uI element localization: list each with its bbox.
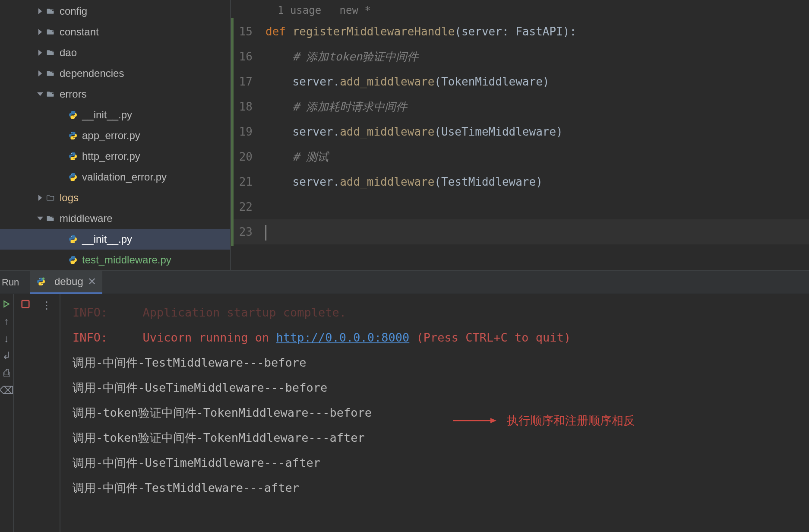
tree-item[interactable]: app_error.py <box>0 125 230 146</box>
code-lines[interactable]: 15def registerMiddlewareHandle(server: F… <box>231 19 809 244</box>
svg-marker-29 <box>490 418 496 423</box>
run-tabbar: Run debug ✕ <box>0 271 809 294</box>
folder-icon <box>46 214 55 223</box>
tree-item-label: __init__.py <box>82 233 132 245</box>
line-number: 22 <box>231 194 265 219</box>
chevron-right-icon[interactable] <box>36 194 44 202</box>
folder-icon <box>46 7 55 16</box>
folder-icon <box>46 69 55 78</box>
tree-item[interactable]: http_error.py <box>0 146 230 167</box>
tree-item[interactable]: dependencies <box>0 63 230 84</box>
tree-item-label: constant <box>60 26 99 38</box>
svg-point-5 <box>52 51 53 52</box>
console-line: 调用-中间件-TestMiddleware---before <box>73 350 806 375</box>
svg-point-10 <box>71 112 72 113</box>
line-number: 21 <box>231 169 265 194</box>
delete-icon[interactable]: ⌫ <box>3 386 10 394</box>
svg-rect-27 <box>22 301 29 308</box>
code-content <box>265 219 266 244</box>
arrow-up-icon[interactable]: ↑ <box>3 317 10 325</box>
chevron-right-icon[interactable] <box>36 28 44 36</box>
svg-point-12 <box>71 133 72 133</box>
code-line[interactable]: 21 server.add_middleware(TestMiddleware) <box>231 169 809 194</box>
tree-item[interactable]: config <box>0 1 230 22</box>
folder-icon <box>46 90 55 98</box>
line-number: 18 <box>231 94 265 119</box>
tree-item-label: dao <box>60 47 77 59</box>
svg-point-25 <box>42 284 43 285</box>
folder-icon <box>46 28 55 36</box>
annotation-text: 执行顺序和注册顺序相反 <box>507 408 635 433</box>
rerun-icon[interactable] <box>3 300 10 308</box>
console-line: 调用-中间件-TestMiddleware---after <box>73 475 806 500</box>
run-tool-label[interactable]: Run <box>0 277 30 288</box>
console-body: ↑ ↓ ↲ ⎙ ⌫ ⋮ 执行顺序和注册顺序相反 INFO: Applicatio… <box>0 294 809 532</box>
new-hint[interactable]: new * <box>340 4 371 16</box>
arrow-down-icon[interactable]: ↓ <box>3 335 10 342</box>
console-output[interactable]: 执行顺序和注册顺序相反 INFO: Application startup co… <box>60 294 809 532</box>
python-file-icon <box>68 255 78 265</box>
chevron-right-icon[interactable] <box>36 7 44 15</box>
folder-icon <box>46 48 55 57</box>
tree-item[interactable]: constant <box>0 22 230 42</box>
arrow-icon <box>453 415 496 427</box>
code-content: def registerMiddlewareHandle(server: Fas… <box>265 19 576 44</box>
python-file-icon <box>68 110 78 120</box>
python-file-icon <box>68 234 78 244</box>
code-line[interactable]: 18 # 添加耗时请求中间件 <box>231 94 809 119</box>
code-line[interactable]: 16 # 添加token验证中间件 <box>231 44 809 69</box>
svg-point-15 <box>74 159 75 160</box>
code-line[interactable]: 19 server.add_middleware(UseTimeMiddlewa… <box>231 119 809 144</box>
svg-point-21 <box>74 242 75 243</box>
code-editor[interactable]: 1 usage new * 15def registerMiddlewareHa… <box>231 0 809 270</box>
run-tool-sidebar: ↑ ↓ ↲ ⎙ ⌫ <box>0 294 13 532</box>
chevron-down-icon[interactable] <box>36 215 44 222</box>
tree-item-label: app_error.py <box>82 130 140 142</box>
svg-point-17 <box>74 180 75 180</box>
tree-item[interactable]: validation_error.py <box>0 167 230 187</box>
code-content: server.add_middleware(TestMiddleware) <box>265 169 543 194</box>
tree-item[interactable]: logs <box>0 187 230 208</box>
svg-point-11 <box>74 117 75 118</box>
chevron-right-icon[interactable] <box>36 49 44 57</box>
code-content: # 添加耗时请求中间件 <box>265 94 407 119</box>
console-link[interactable]: http://0.0.0.0:8000 <box>276 331 409 344</box>
code-line[interactable]: 23 <box>231 219 809 244</box>
project-tree[interactable]: configconstantdaodependencieserrors__ini… <box>0 0 231 270</box>
code-line[interactable]: 17 server.add_middleware(TokenMiddleware… <box>231 69 809 94</box>
tree-item[interactable]: middleware <box>0 208 230 229</box>
svg-point-23 <box>74 263 75 263</box>
tree-item-label: http_error.py <box>82 150 140 162</box>
more-icon[interactable]: ⋮ <box>41 299 52 311</box>
code-line[interactable]: 15def registerMiddlewareHandle(server: F… <box>231 19 809 44</box>
code-inlay-hints: 1 usage new * <box>231 0 809 19</box>
svg-point-7 <box>52 72 53 73</box>
close-icon[interactable]: ✕ <box>88 276 96 288</box>
svg-point-14 <box>71 153 72 154</box>
python-icon <box>36 277 46 286</box>
console-toolbar: ⋮ <box>13 294 60 532</box>
svg-point-24 <box>39 278 40 279</box>
top-area: configconstantdaodependencieserrors__ini… <box>0 0 809 270</box>
run-tab-label: debug <box>54 276 83 288</box>
code-content: server.add_middleware(TokenMiddleware) <box>265 69 549 94</box>
code-line[interactable]: 22 <box>231 194 809 219</box>
python-file-icon <box>68 172 78 182</box>
tree-item[interactable]: __init__.py <box>0 229 230 250</box>
chevron-right-icon[interactable] <box>36 70 44 77</box>
console-line: INFO: Application startup complete. <box>73 300 806 325</box>
tree-item[interactable]: dao <box>0 42 230 63</box>
line-number: 16 <box>231 44 265 69</box>
tree-item-label: config <box>60 5 87 17</box>
stop-icon[interactable] <box>21 299 30 311</box>
tree-item[interactable]: test_middleware.py <box>0 250 230 270</box>
usage-hint[interactable]: 1 usage <box>278 4 321 16</box>
svg-point-22 <box>71 257 72 258</box>
chevron-down-icon[interactable] <box>36 90 44 98</box>
tree-item[interactable]: __init__.py <box>0 104 230 125</box>
soft-wrap-icon[interactable]: ↲ <box>3 352 10 360</box>
print-icon[interactable]: ⎙ <box>3 369 10 377</box>
code-line[interactable]: 20 # 测试 <box>231 144 809 169</box>
run-tab-debug[interactable]: debug ✕ <box>30 271 102 294</box>
tree-item[interactable]: errors <box>0 84 230 104</box>
